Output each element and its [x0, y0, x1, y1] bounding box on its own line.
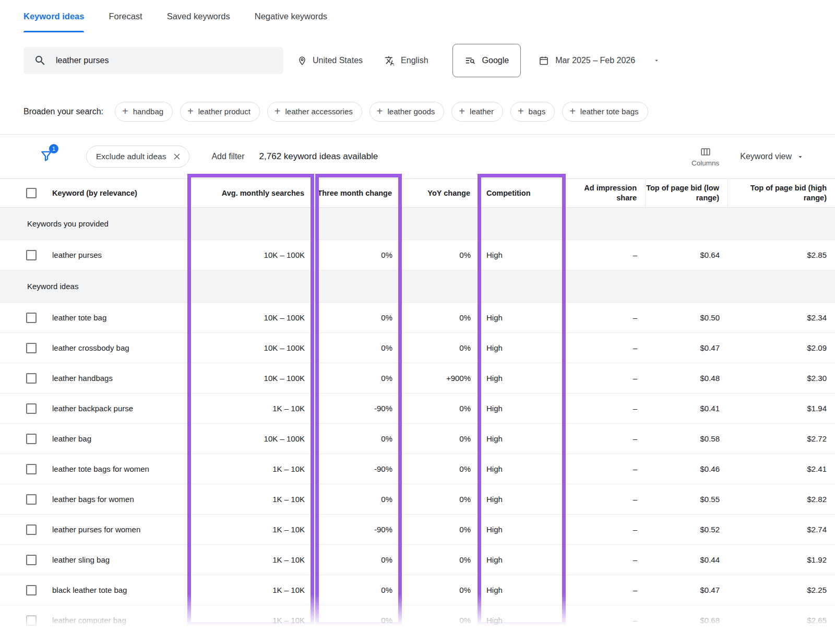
filter-funnel-button[interactable]: 1 — [39, 149, 55, 164]
close-icon[interactable] — [172, 152, 182, 161]
network-value: Google — [482, 56, 509, 65]
competition-cell: High — [479, 363, 565, 393]
row-checkbox[interactable] — [26, 494, 37, 505]
broaden-chip[interactable]: +leather — [451, 102, 503, 122]
column-header-yoy-change[interactable]: YoY change — [401, 179, 479, 207]
searches-cell: 10K – 100K — [189, 240, 313, 270]
network-selector[interactable]: Google — [452, 44, 521, 77]
broaden-chip[interactable]: +bags — [510, 102, 555, 122]
three-month-cell: 0% — [313, 303, 401, 332]
row-checkbox-cell — [0, 454, 52, 484]
row-checkbox[interactable] — [26, 373, 37, 384]
competition-cell: High — [479, 424, 565, 454]
columns-button[interactable]: Columns — [691, 146, 719, 167]
column-header-three-month-change[interactable]: Three month change — [313, 179, 401, 207]
search-input[interactable]: leather purses — [23, 47, 283, 74]
tab-forecast[interactable]: Forecast — [109, 0, 142, 32]
tab-negative-keywords[interactable]: Negative keywords — [255, 0, 327, 32]
searches-cell: 10K – 100K — [189, 303, 313, 332]
column-header-top-of-page-bid-low[interactable]: Top of page bid (low range) — [646, 179, 728, 207]
exclude-adult-ideas-chip[interactable]: Exclude adult ideas — [86, 146, 189, 168]
plus-icon: + — [569, 106, 576, 116]
row-checkbox-cell — [0, 333, 52, 363]
column-header-ad-impression-share[interactable]: Ad impression share — [565, 179, 646, 207]
row-checkbox[interactable] — [26, 615, 37, 626]
low-bid-cell: $0.44 — [646, 545, 728, 575]
chip-label: leather product — [198, 107, 250, 116]
keyword-cell[interactable]: leather sling bag — [52, 545, 189, 575]
row-checkbox[interactable] — [26, 524, 37, 535]
three-month-cell: -90% — [313, 515, 401, 544]
chip-label: handbag — [133, 107, 163, 116]
column-header-avg-monthly-searches[interactable]: Avg. monthly searches — [189, 179, 313, 207]
keyword-cell[interactable]: leather bags for women — [52, 484, 189, 514]
low-bid-cell: $0.46 — [646, 454, 728, 484]
row-checkbox[interactable] — [26, 313, 37, 323]
table-row: leather sling bag1K – 10K0%0%High–$0.44$… — [0, 545, 835, 575]
ad-share-cell: – — [565, 605, 646, 635]
row-checkbox[interactable] — [26, 434, 37, 444]
broaden-chip[interactable]: +leather goods — [369, 102, 445, 122]
competition-cell: High — [479, 484, 565, 514]
yoy-cell: 0% — [401, 424, 479, 454]
keyword-view-selector[interactable]: Keyword view — [740, 152, 804, 161]
row-checkbox[interactable] — [26, 555, 37, 565]
plus-icon: + — [518, 106, 524, 116]
three-month-cell: -90% — [313, 454, 401, 484]
broaden-chip[interactable]: +leather tote bags — [562, 102, 648, 122]
keyword-cell[interactable]: leather handbags — [52, 363, 189, 393]
table-row: leather backpack purse1K – 10K-90%0%High… — [0, 393, 835, 424]
broaden-chip[interactable]: +leather accessories — [267, 102, 362, 122]
keyword-cell[interactable]: leather computer bag — [52, 605, 189, 635]
location-selector[interactable]: United States — [297, 55, 363, 66]
language-selector[interactable]: English — [385, 55, 428, 66]
date-range-selector[interactable]: Mar 2025 – Feb 2026 — [539, 55, 660, 66]
high-bid-cell: $1.94 — [728, 393, 835, 423]
low-bid-cell: $0.55 — [646, 484, 728, 514]
keyword-cell[interactable]: leather purses for women — [52, 515, 189, 544]
select-all-checkbox[interactable] — [26, 188, 37, 198]
table-row: black leather tote bag1K – 10K0%0%High–$… — [0, 575, 835, 605]
keyword-cell[interactable]: leather tote bag — [52, 303, 189, 332]
keyword-cell[interactable]: leather purses — [52, 240, 189, 270]
row-checkbox[interactable] — [26, 343, 37, 353]
column-header-keyword[interactable]: Keyword (by relevance) — [52, 179, 189, 207]
broaden-chip[interactable]: +leather product — [180, 102, 260, 122]
high-bid-cell: $2.09 — [728, 333, 835, 363]
ad-share-cell: – — [565, 545, 646, 575]
row-checkbox[interactable] — [26, 585, 37, 595]
column-header-competition[interactable]: Competition — [479, 179, 565, 207]
tab-saved-keywords[interactable]: Saved keywords — [167, 0, 230, 32]
row-checkbox-cell — [0, 363, 52, 393]
row-checkbox[interactable] — [26, 250, 37, 260]
row-checkbox-cell — [0, 393, 52, 423]
search-settings-row: leather purses United States English Goo… — [0, 32, 835, 89]
translate-icon — [385, 55, 396, 66]
column-header-top-of-page-bid-high[interactable]: Top of page bid (high range) — [728, 179, 835, 207]
keyword-cell[interactable]: black leather tote bag — [52, 575, 189, 605]
chip-label: leather goods — [387, 107, 435, 116]
row-checkbox[interactable] — [26, 403, 37, 414]
tab-keyword-ideas[interactable]: Keyword ideas — [23, 0, 84, 32]
keyword-cell[interactable]: leather crossbody bag — [52, 333, 189, 363]
keyword-cell[interactable]: leather tote bags for women — [52, 454, 189, 484]
broaden-chip[interactable]: +handbag — [115, 102, 173, 122]
three-month-cell: 0% — [313, 333, 401, 363]
location-value: United States — [313, 56, 363, 65]
table-row: leather purses10K – 100K0%0%High–$0.64$2… — [0, 240, 835, 270]
ad-share-cell: – — [565, 363, 646, 393]
searches-cell: 1K – 10K — [189, 454, 313, 484]
row-checkbox[interactable] — [26, 464, 37, 474]
view-selector-label: Keyword view — [740, 152, 792, 161]
keyword-cell[interactable]: leather backpack purse — [52, 393, 189, 423]
yoy-cell: 0% — [401, 303, 479, 332]
table-row: leather crossbody bag10K – 100K0%0%High–… — [0, 333, 835, 363]
search-query-text: leather purses — [56, 56, 109, 65]
high-bid-cell: $2.65 — [728, 605, 835, 635]
header-checkbox-cell — [0, 179, 52, 207]
three-month-cell: 0% — [313, 240, 401, 270]
low-bid-cell: $0.41 — [646, 393, 728, 423]
calendar-icon — [539, 55, 549, 66]
keyword-cell[interactable]: leather bag — [52, 424, 189, 454]
add-filter-button[interactable]: Add filter — [211, 152, 244, 161]
